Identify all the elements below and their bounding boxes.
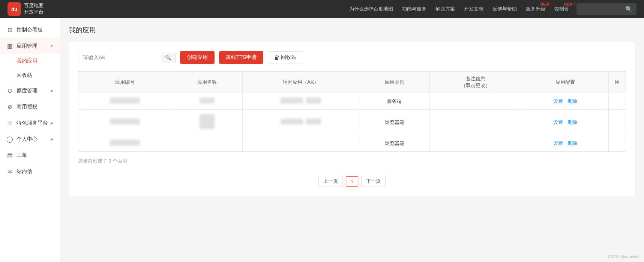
row3-use [609, 135, 626, 152]
nav-badge-upgrade: NEW！ [540, 2, 553, 7]
row2-use [609, 110, 626, 135]
sidebar-item-auth[interactable]: ⊘ 商用授权 [0, 99, 60, 115]
sidebar-item-app-mgmt[interactable]: ▦ 应用管理 ▼ [0, 38, 60, 54]
top-nav: du 百度地图 开放平台 为什么选择百度地图 功能与服务 解决方案 开发文档 反… [0, 0, 644, 18]
row1-app-type: 服务端 [359, 93, 430, 110]
grid-icon: ⊞ [6, 26, 14, 33]
blurred-name-1 [200, 98, 215, 104]
col-app-use: 用 [609, 72, 626, 93]
nav-link-feedback[interactable]: 反馈与帮助 [492, 6, 517, 12]
row2-app-ak [242, 110, 359, 135]
row1-app-ak [242, 93, 359, 110]
search-button[interactable]: 🔍 [161, 53, 175, 63]
page-title: 我的应用 [69, 26, 635, 35]
pagination: 上一页 1 下一页 [78, 176, 626, 187]
row2-config: 设置 删除 [522, 110, 608, 135]
search-icon: 🔍 [625, 6, 633, 13]
logo-icon: du [8, 2, 21, 16]
recycle-icon: 🗑 [274, 54, 279, 60]
blurred-id-2 [110, 119, 140, 125]
nav-search[interactable]: 🔍 [576, 3, 636, 15]
row2-app-type: 浏览器端 [359, 110, 430, 135]
nav-link-upgrade[interactable]: 服务升级 NEW！ [526, 6, 545, 12]
logo-text: 百度地图 开放平台 [24, 3, 44, 15]
row1-use [609, 93, 626, 110]
blurred-ak-1a [281, 98, 303, 104]
nav-link-why[interactable]: 为什么选择百度地图 [349, 6, 393, 12]
blurred-ak-1b [306, 98, 321, 104]
search-icon-btn: 🔍 [165, 55, 171, 60]
row2-app-name [172, 110, 242, 135]
sidebar-item-mail[interactable]: ✉ 站内信 [0, 163, 60, 179]
sidebar-item-dashboard[interactable]: ⊞ 控制台看板 [0, 22, 60, 38]
special-icon: ☆ [6, 119, 14, 126]
table-header-row: 应用编号 应用名称 访问应用（AK） 应用类别 备注信息 （双击更改） 应用配置… [78, 72, 626, 93]
col-app-ak: 访问应用（AK） [242, 72, 359, 93]
nav-link-docs[interactable]: 开发文档 [464, 6, 483, 12]
col-app-config: 应用配置 [522, 72, 608, 93]
footer-watermark: CSDN @tutuxfsh [608, 254, 639, 259]
row1-config-del[interactable]: 删除 [567, 98, 577, 104]
tts-button[interactable]: 离线TTS申请 [219, 51, 263, 64]
nav-link-solutions[interactable]: 解决方案 [435, 6, 455, 12]
content-card: 🔍 创建应用 离线TTS申请 🗑 回收站 应用编号 应用名称 访问应用（AK） [69, 42, 635, 196]
blurred-id-3 [110, 140, 140, 146]
next-page-button[interactable]: 下一页 [361, 176, 386, 187]
row1-app-id [78, 93, 172, 110]
search-input[interactable] [78, 52, 161, 63]
app-table: 应用编号 应用名称 访问应用（AK） 应用类别 备注信息 （双击更改） 应用配置… [78, 71, 626, 152]
col-app-type: 应用类别 [359, 72, 430, 93]
sidebar-item-quota[interactable]: ⊙ 额度管理 ▶ [0, 83, 60, 99]
nav-link-console[interactable]: 控制台 NEW！ [554, 6, 569, 12]
sidebar: ⊞ 控制台看板 ▦ 应用管理 ▼ 我的应用 回收站 ⊙ 额度管理 ▶ ⊘ 商用授… [0, 18, 60, 262]
table-row: 服务端 设置 删除 [78, 93, 626, 110]
current-page-button[interactable]: 1 [346, 176, 358, 187]
search-input-wrap: 🔍 [78, 52, 176, 63]
apps-icon: ▦ [6, 42, 14, 50]
row3-config-del[interactable]: 删除 [567, 140, 577, 146]
ticket-icon: ▤ [6, 152, 14, 159]
row1-config: 设置 删除 [522, 93, 608, 110]
row2-app-id [78, 110, 172, 135]
row2-config-set[interactable]: 设置 [553, 119, 563, 125]
status-text: 您当前创建了 3 个应用 [78, 158, 626, 164]
row3-app-type: 浏览器端 [359, 135, 430, 152]
row2-config-del[interactable]: 删除 [567, 119, 577, 125]
row3-config: 设置 删除 [522, 135, 608, 152]
main-content: 我的应用 🔍 创建应用 离线TTS申请 🗑 回收站 [60, 18, 644, 262]
table-row: 浏览器端 设置 删除 [78, 135, 626, 152]
person-icon: ◯ [6, 136, 14, 143]
chevron-right-icon-3: ▶ [51, 137, 54, 141]
blurred-id-1 [110, 98, 140, 104]
auth-icon: ⊘ [6, 103, 14, 110]
col-app-note: 备注信息 （双击更改） [430, 72, 522, 93]
sidebar-submenu-app-mgmt: 我的应用 回收站 [0, 54, 60, 83]
sidebar-item-recycle[interactable]: 回收站 [0, 68, 60, 83]
row2-note [430, 110, 522, 135]
logo: du 百度地图 开放平台 [8, 2, 44, 16]
blurred-ak-2b [306, 119, 321, 125]
sidebar-item-person[interactable]: ◯ 个人中心 ▶ [0, 131, 60, 147]
blurred-ak-2a [281, 119, 303, 125]
table-row: 浏览器端 设置 删除 [78, 110, 626, 135]
recycle-button[interactable]: 🗑 回收站 [268, 51, 303, 63]
row1-config-set[interactable]: 设置 [553, 98, 563, 104]
layout: ⊞ 控制台看板 ▦ 应用管理 ▼ 我的应用 回收站 ⊙ 额度管理 ▶ ⊘ 商用授… [0, 18, 644, 262]
row3-config-set[interactable]: 设置 [553, 140, 563, 146]
quota-icon: ⊙ [6, 87, 14, 94]
sidebar-item-my-apps[interactable]: 我的应用 [0, 54, 60, 68]
sidebar-item-ticket[interactable]: ▤ 工单 [0, 147, 60, 163]
nav-links: 为什么选择百度地图 功能与服务 解决方案 开发文档 反馈与帮助 服务升级 NEW… [349, 6, 569, 12]
nav-link-features[interactable]: 功能与服务 [402, 6, 426, 12]
prev-page-button[interactable]: 上一页 [318, 176, 343, 187]
row1-app-name [172, 93, 242, 110]
create-app-button[interactable]: 创建应用 [180, 51, 215, 64]
row3-app-id [78, 135, 172, 152]
sidebar-item-special[interactable]: ☆ 特色服务平台 ▶ [0, 115, 60, 131]
col-app-id: 应用编号 [78, 72, 172, 93]
row3-note [430, 135, 522, 152]
chevron-right-icon: ▶ [51, 89, 54, 93]
nav-badge-console: NEW！ [564, 2, 576, 7]
blurred-name-2 [200, 114, 215, 129]
col-app-name: 应用名称 [172, 72, 242, 93]
